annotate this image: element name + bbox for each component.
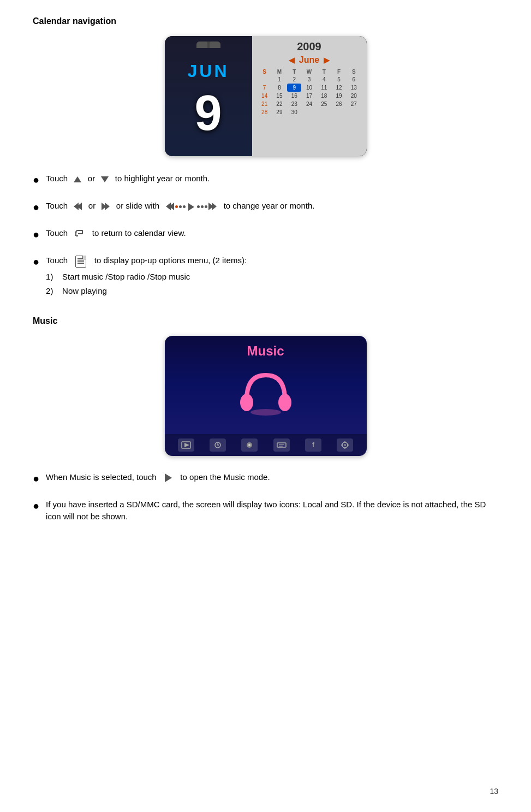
svg-rect-10 xyxy=(277,443,286,447)
cal-month-nav: ◀ June ▶ xyxy=(258,55,361,65)
svg-text:f: f xyxy=(312,441,315,449)
cal-grid-headers: S M T W T F S xyxy=(258,68,361,75)
bullet-dot-1: ● xyxy=(33,171,39,188)
music-bottom-bar: f xyxy=(165,434,367,456)
svg-point-2 xyxy=(240,394,253,411)
svg-point-3 xyxy=(278,394,291,411)
cal-month-name: June xyxy=(299,55,319,65)
list-item-3: ● Touch to return to calendar view. xyxy=(33,227,498,242)
bottom-icon-6 xyxy=(337,438,353,452)
list-item-1-content: Touch or to highlight year or month. xyxy=(46,173,210,185)
svg-marker-6 xyxy=(184,443,189,447)
cal-header-f: F xyxy=(332,68,346,75)
section-title: Calendar navigation xyxy=(33,16,498,26)
sub-item-2: 2) Now playing xyxy=(46,285,247,298)
music-section: Music Music xyxy=(33,316,498,523)
calendar-image-container: JUN 9 2009 ◀ June ▶ S M T W T F xyxy=(33,36,498,156)
triangle-down-icon xyxy=(101,173,109,186)
cal-week2: 7 8 9 10 11 12 13 xyxy=(258,84,361,92)
cal-day-big: 9 xyxy=(194,88,222,138)
cal-header-t: T xyxy=(287,68,301,75)
slide-mid-right-icon xyxy=(188,200,194,213)
bottom-icon-3 xyxy=(241,438,258,452)
cal-header-s2: S xyxy=(347,68,361,75)
cal-header-s: S xyxy=(258,68,272,75)
options-icon xyxy=(74,255,88,268)
list-item-4-content: Touch to display pop-up options menu, (2… xyxy=(46,254,247,300)
bottom-icon-1 xyxy=(178,438,194,452)
cal-prev-arrow: ◀ xyxy=(289,56,295,64)
music-bullet-list: ● When Music is selected, touch to open … xyxy=(33,471,498,523)
cal-tabs xyxy=(196,42,220,48)
cal-left-panel: JUN 9 xyxy=(165,36,252,156)
bottom-icon-4 xyxy=(273,438,290,452)
cal-header-w: W xyxy=(302,68,316,75)
cal-header-m: M xyxy=(272,68,287,75)
list-item-3-content: Touch to return to calendar view. xyxy=(46,227,186,240)
sub-item-1: 1) Start music /Stop radio /Stop music xyxy=(46,271,247,283)
slide-right-icon xyxy=(208,203,217,210)
list-item-2: ● Touch or or slide with to change year … xyxy=(33,200,498,215)
dbl-triangle-left-icon xyxy=(74,203,82,210)
music-list-item-2-content: If you have inserted a SD/MMC card, the … xyxy=(46,499,498,523)
music-section-title: Music xyxy=(33,316,498,326)
cal-month-big: JUN xyxy=(187,61,229,81)
cal-right-panel: 2009 ◀ June ▶ S M T W T F S 1 2 xyxy=(252,36,367,156)
music-label: Music xyxy=(247,343,284,359)
cal-week5: 28 29 30 xyxy=(258,108,361,116)
bullet-dot-3: ● xyxy=(33,226,39,242)
slide-bar-icon xyxy=(166,200,217,213)
cal-year: 2009 xyxy=(297,40,321,53)
list-item-1: ● Touch or to highlight year or month. xyxy=(33,173,498,188)
cal-week4: 21 22 23 24 25 26 27 xyxy=(258,100,361,108)
list-item-2-content: Touch or or slide with to change year or… xyxy=(46,200,314,212)
svg-point-4 xyxy=(250,409,281,416)
page-number: 13 xyxy=(490,787,498,796)
svg-point-15 xyxy=(344,444,346,446)
bottom-icon-2 xyxy=(210,438,226,452)
cal-year-row: 2009 xyxy=(258,40,361,53)
bullet-dot-4: ● xyxy=(33,253,39,270)
slide-left-icon xyxy=(166,203,174,210)
music-list-item-1-content: When Music is selected, touch to open th… xyxy=(46,471,270,484)
cal-header-t2: T xyxy=(317,68,331,75)
dbl-triangle-right-icon xyxy=(102,203,110,210)
music-image: Music xyxy=(165,336,367,456)
cal-week1: 1 2 3 4 5 6 xyxy=(258,75,361,84)
music-list-item-2: ● If you have inserted a SD/MMC card, th… xyxy=(33,499,498,523)
triangle-up-icon xyxy=(74,173,81,186)
bullet-dot-2: ● xyxy=(33,199,39,215)
music-image-container: Music xyxy=(33,336,498,456)
music-play-icon xyxy=(163,471,174,484)
music-bullet-dot-1: ● xyxy=(33,470,39,487)
headphone-icon xyxy=(238,370,293,420)
svg-point-9 xyxy=(248,444,250,446)
cal-next-arrow: ▶ xyxy=(324,56,330,64)
list-item-4: ● Touch to display pop-up options menu, … xyxy=(33,254,498,300)
bottom-icon-5: f xyxy=(305,438,321,452)
music-bullet-dot-2: ● xyxy=(33,497,39,514)
music-list-item-1: ● When Music is selected, touch to open … xyxy=(33,471,498,487)
return-icon xyxy=(74,228,86,240)
cal-week3: 14 15 16 17 18 19 20 xyxy=(258,92,361,100)
svg-point-14 xyxy=(342,442,348,448)
bullet-list: ● Touch or to highlight year or month. ●… xyxy=(33,173,498,300)
calendar-image: JUN 9 2009 ◀ June ▶ S M T W T F xyxy=(165,36,367,156)
sub-list-4: 1) Start music /Stop radio /Stop music 2… xyxy=(46,271,247,298)
